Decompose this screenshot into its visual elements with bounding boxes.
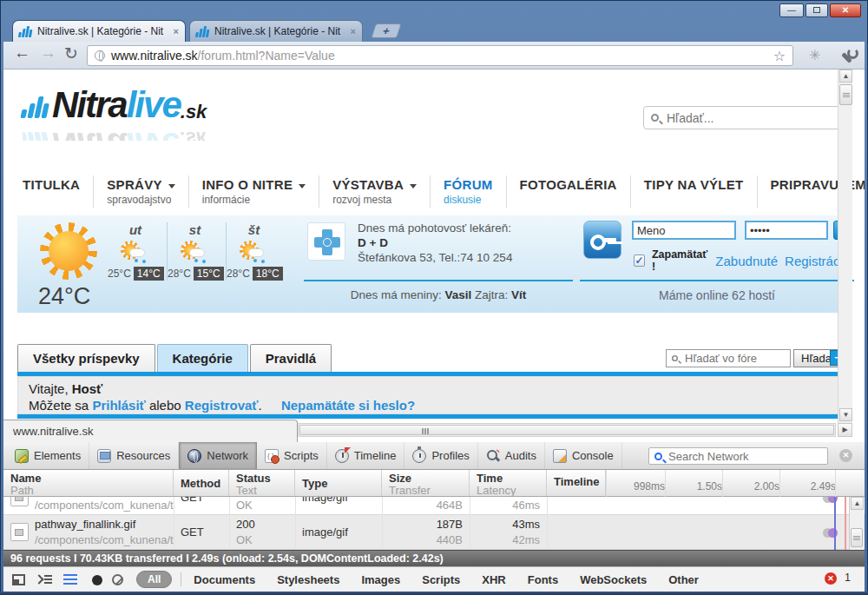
window-border — [0, 592, 868, 595]
column-timeline[interactable]: Timeline — [547, 470, 606, 496]
forgot-password-link[interactable]: Nepamätáte si heslo? — [281, 398, 415, 413]
devtools-bottom-toolbar: All Documents Stylesheets Images Scripts… — [3, 566, 865, 592]
nav-item-tipy-na-vylet[interactable]: TIPY NA VÝLET — [631, 175, 758, 208]
filter-fonts[interactable]: Fonts — [528, 573, 558, 586]
reload-button[interactable]: ↻ — [64, 43, 78, 63]
clear-icon[interactable] — [112, 574, 123, 585]
forgot-password-link[interactable]: Zabudnuté — [715, 254, 778, 268]
maximize-button[interactable] — [806, 3, 828, 17]
table-row[interactable]: /components/com_kunena/temp GET OK image… — [3, 497, 865, 515]
scrollbar-thumb[interactable] — [851, 528, 863, 547]
forum-search-input[interactable] — [683, 351, 786, 366]
scroll-up-button[interactable]: ▲ — [839, 69, 852, 83]
weather-day: st 28°C15°C — [167, 222, 222, 281]
new-tab-button[interactable]: + — [371, 23, 402, 38]
filter-xhr[interactable]: XHR — [482, 573, 505, 586]
tab-close-icon[interactable]: × — [174, 26, 179, 36]
devtools-search-box[interactable] — [648, 447, 828, 465]
back-button[interactable]: ← — [14, 43, 30, 63]
table-scrollbar[interactable]: ▲ — [849, 497, 864, 550]
horizontal-scrollbar[interactable] — [298, 423, 836, 437]
column-type[interactable]: Type — [295, 470, 382, 496]
nav-item-info-o-nitre[interactable]: INFO O NITREinformácie — [189, 175, 319, 208]
nav-item-forum[interactable]: FÓRUMdiskusie — [431, 175, 507, 208]
filter-websockets[interactable]: WebSockets — [580, 573, 647, 586]
tab-vsetky-prispevky[interactable]: Všetky príspevky — [17, 344, 155, 373]
tab-kategorie[interactable]: Kategórie — [157, 344, 248, 373]
column-size[interactable]: SizeTransfer — [382, 470, 470, 496]
dock-to-window-icon[interactable] — [12, 574, 25, 585]
panel-elements[interactable]: Elements — [7, 442, 89, 469]
panel-profiles[interactable]: Profiles — [404, 442, 477, 469]
filter-images[interactable]: Images — [361, 573, 400, 586]
scripts-icon — [265, 449, 279, 463]
filter-all-button[interactable]: All — [136, 571, 172, 588]
login-link[interactable]: Prihlásiť — [92, 398, 145, 413]
scroll-up-button[interactable]: ▲ — [851, 497, 864, 510]
browser-tab-active[interactable]: Nitralive.sk | Kategórie - Nit × — [12, 20, 186, 42]
search-icon — [654, 453, 662, 460]
error-badge-icon[interactable]: ✕ — [825, 572, 837, 585]
filter-stylesheets[interactable]: Stylesheets — [277, 573, 339, 586]
extension-gear-icon[interactable]: ✳ — [809, 47, 820, 63]
chevron-down-icon — [168, 184, 175, 188]
error-count[interactable]: 1 — [845, 572, 851, 584]
filter-other[interactable]: Other — [668, 573, 699, 586]
register-link[interactable]: Registrovať — [185, 398, 259, 413]
vertical-scrollbar[interactable]: ▲ ▼ — [838, 69, 852, 423]
devtools-search-input[interactable] — [667, 449, 822, 464]
panel-timeline[interactable]: Timeline — [327, 442, 405, 469]
low-temp-badge: 14°C — [134, 267, 164, 281]
clear-search-icon[interactable]: ✕ — [839, 449, 852, 462]
minimize-button[interactable]: — — [779, 3, 804, 17]
column-method[interactable]: Method — [174, 470, 229, 496]
weather-day: ut 25°C14°C — [108, 222, 163, 281]
tab-pravidla[interactable]: Pravidlá — [250, 344, 332, 373]
divider-bar — [17, 414, 840, 419]
network-request-list: /components/com_kunena/temp GET OK image… — [3, 497, 865, 550]
column-name[interactable]: NamePath — [3, 470, 174, 496]
forward-button[interactable]: → — [40, 43, 56, 63]
tab-close-icon[interactable]: × — [351, 26, 356, 36]
scrollbar-thumb[interactable] — [839, 84, 852, 105]
column-divider — [174, 497, 174, 550]
show-console-drawer-icon[interactable] — [35, 572, 54, 586]
large-rows-icon[interactable] — [63, 572, 82, 586]
maximize-icon — [813, 7, 820, 13]
column-status[interactable]: StatusText — [229, 470, 295, 496]
forum-search-box[interactable] — [666, 349, 791, 367]
browser-tab-inactive[interactable]: Nitralive.sk | Kategórie - Nit × — [189, 20, 363, 42]
address-bar[interactable]: www.nitralive.sk/forum.html?Name=Value ☆ — [87, 45, 793, 66]
panel-network[interactable]: Network — [179, 442, 257, 469]
password-field[interactable] — [745, 221, 828, 240]
remember-checkbox[interactable]: ✓ — [634, 255, 645, 267]
panel-scripts[interactable]: Scripts — [257, 442, 327, 469]
divider — [580, 280, 854, 281]
filter-scripts[interactable]: Scripts — [422, 573, 460, 586]
site-search-input[interactable] — [665, 110, 835, 126]
panel-resources[interactable]: Resources — [89, 442, 179, 469]
panel-console[interactable]: Console — [545, 442, 622, 469]
site-favicon-icon — [18, 26, 33, 37]
filter-documents[interactable]: Documents — [194, 573, 255, 586]
record-icon[interactable] — [92, 575, 102, 585]
nav-item-spravy[interactable]: SPRÁVYspravodajstvo — [94, 175, 189, 208]
column-time[interactable]: TimeLatency — [470, 470, 547, 496]
nav-item-titulka[interactable]: TITULKA — [17, 175, 94, 208]
site-search-box[interactable] — [643, 106, 843, 129]
logo-text-1: Nitra — [52, 87, 127, 123]
bookmark-star-icon[interactable]: ☆ — [773, 48, 786, 64]
scroll-down-button[interactable]: ▼ — [839, 408, 852, 421]
site-logo[interactable]: Nitralive.sk — [23, 87, 207, 123]
panel-audits[interactable]: Audits — [478, 442, 545, 469]
scroll-right-button[interactable]: ▶ — [838, 423, 852, 437]
table-row[interactable]: pathway_finallink.gif /components/com_ku… — [3, 515, 865, 550]
status-tooltip: www.nitralive.sk — [3, 420, 298, 442]
close-button[interactable]: ✕ — [830, 3, 861, 17]
resources-icon — [97, 449, 111, 463]
nav-item-vystavba[interactable]: VÝSTAVBArozvoj mesta — [319, 175, 431, 208]
site-favicon-icon — [195, 26, 210, 37]
nav-item-fotogaleria[interactable]: FOTOGALÉRIA — [507, 175, 631, 208]
wrench-menu-icon[interactable] — [838, 48, 854, 63]
username-field[interactable] — [632, 221, 736, 240]
